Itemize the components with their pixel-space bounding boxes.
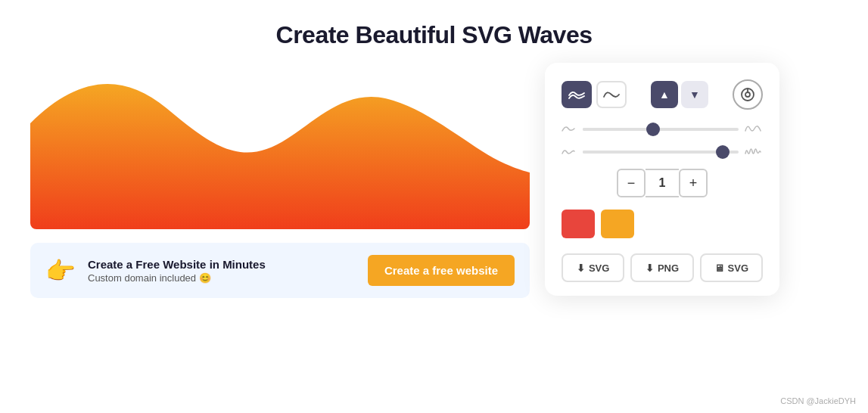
promo-icon: 👉: [45, 256, 76, 285]
color-swatch-1[interactable]: [562, 210, 595, 238]
download-png-label: PNG: [658, 262, 679, 274]
wave-type-layered-button[interactable]: [562, 81, 592, 108]
main-content: 👉 Create a Free Website in Minutes Custo…: [0, 63, 868, 298]
quantity-display: 1: [646, 169, 679, 197]
promo-text: Create a Free Website in Minutes Custom …: [88, 258, 356, 284]
smoothness-max-icon: [745, 123, 763, 135]
left-panel: 👉 Create a Free Website in Minutes Custo…: [30, 63, 530, 298]
wave-type-simple-button[interactable]: [596, 81, 627, 108]
quantity-row: − 1 +: [562, 169, 763, 197]
controls-top-row: ▲ ▼: [562, 79, 763, 110]
direction-down-button[interactable]: ▼: [681, 81, 708, 108]
wave-preview: [30, 63, 530, 229]
promo-banner: 👉 Create a Free Website in Minutes Custo…: [30, 243, 530, 298]
promo-subtitle: Custom domain included 😊: [88, 272, 356, 284]
download-bg-icon: 🖥: [714, 262, 724, 274]
download-png-icon: ⬇: [646, 262, 654, 274]
svg-point-1: [745, 92, 750, 97]
smoothness-slider-row: [562, 123, 763, 135]
smoothness-min-icon: [562, 123, 577, 135]
page-title: Create Beautiful SVG Waves: [0, 0, 868, 63]
quantity-increase-button[interactable]: +: [679, 169, 708, 197]
download-bg-svg-label: SVG: [728, 262, 748, 274]
color-row: [562, 210, 763, 238]
download-row: ⬇ SVG ⬇ PNG 🖥 SVG: [562, 253, 763, 282]
download-png-button[interactable]: ⬇ PNG: [630, 253, 693, 282]
complexity-slider[interactable]: [583, 151, 739, 154]
complexity-max-icon: [745, 146, 763, 158]
randomize-button[interactable]: [733, 79, 763, 110]
create-website-button[interactable]: Create a free website: [368, 255, 515, 286]
promo-title: Create a Free Website in Minutes: [88, 258, 356, 271]
direction-up-button[interactable]: ▲: [651, 81, 678, 108]
download-svg-icon: ⬇: [577, 262, 585, 274]
download-svg-button[interactable]: ⬇ SVG: [562, 253, 624, 282]
direction-group: ▲ ▼: [651, 81, 708, 108]
download-bg-svg-button[interactable]: 🖥 SVG: [700, 253, 763, 282]
watermark: CSDN @JackieDYH: [780, 396, 856, 405]
quantity-decrease-button[interactable]: −: [617, 169, 646, 197]
color-swatch-2[interactable]: [601, 210, 634, 238]
controls-panel: ▲ ▼: [545, 63, 779, 296]
complexity-slider-row: [562, 146, 763, 158]
download-svg-label: SVG: [589, 262, 609, 274]
wave-type-group: [562, 81, 627, 108]
complexity-min-icon: [562, 146, 577, 158]
smoothness-slider[interactable]: [583, 128, 739, 131]
